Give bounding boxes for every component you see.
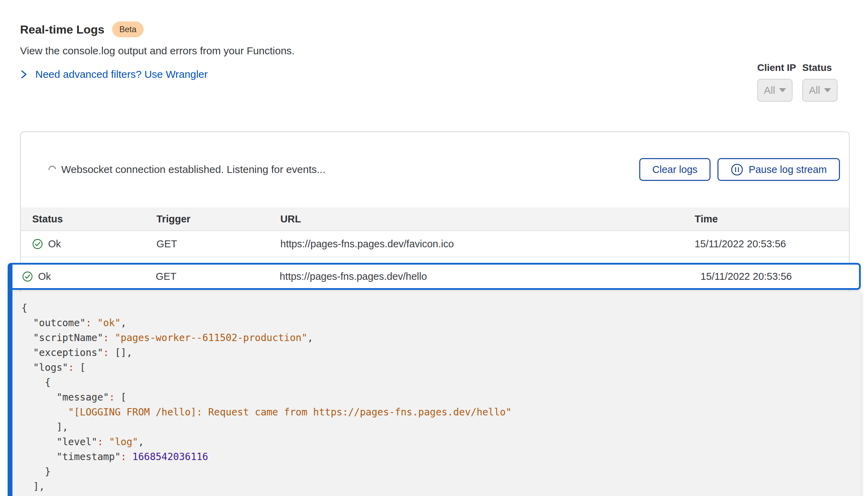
selected-log-row[interactable]: Ok GET https://pages-fns.pages.dev/hello… [12, 263, 861, 290]
row-time: 15/11/2022 20:53:56 [696, 271, 859, 282]
clear-logs-button-label: Clear logs [652, 164, 698, 175]
row-trigger: GET [156, 271, 280, 282]
log-table-row[interactable]: Ok GET https://pages-fns.pages.dev/favic… [21, 231, 849, 257]
page-header: Real-time Logs Beta View the console.log… [20, 21, 848, 81]
pause-log-stream-button[interactable]: Pause log stream [717, 158, 840, 181]
client-ip-filter-value: All [764, 85, 775, 96]
pause-log-stream-button-label: Pause log stream [749, 164, 827, 175]
success-check-icon [32, 239, 43, 249]
row-status: Ok [38, 271, 51, 282]
status-filter: Status All [802, 62, 838, 102]
chevron-right-icon [20, 69, 28, 80]
column-header-status: Status [21, 213, 156, 225]
client-ip-filter: Client IP All [757, 62, 796, 102]
clear-logs-button[interactable]: Clear logs [639, 158, 711, 181]
wrangler-link[interactable]: Need advanced filters? Use Wrangler [20, 68, 208, 80]
row-trigger: GET [156, 238, 280, 250]
row-url: https://pages-fns.pages.dev/hello [280, 271, 696, 282]
row-time: 15/11/2022 20:53:56 [690, 238, 849, 250]
pause-icon [731, 163, 743, 176]
selection-accent-bar [8, 263, 12, 496]
row-url: https://pages-fns.pages.dev/favicon.ico [280, 238, 690, 250]
loading-spinner-icon [47, 164, 58, 175]
client-ip-filter-dropdown[interactable]: All [757, 79, 793, 102]
column-header-time: Time [690, 213, 849, 225]
caret-down-icon [779, 88, 786, 92]
wrangler-link-label: Need advanced filters? Use Wrangler [35, 68, 208, 80]
client-ip-filter-label: Client IP [757, 62, 796, 73]
page-subtitle: View the console.log output and errors f… [20, 45, 848, 57]
column-header-trigger: Trigger [156, 213, 280, 225]
beta-badge: Beta [112, 21, 144, 37]
status-filter-dropdown[interactable]: All [802, 79, 838, 102]
status-filter-label: Status [802, 62, 838, 73]
row-status: Ok [48, 238, 61, 250]
log-panel-toolbar: Websocket connection established. Listen… [21, 132, 849, 181]
column-header-url: URL [280, 213, 690, 225]
page-title: Real-time Logs [20, 23, 105, 36]
websocket-status-text: Websocket connection established. Listen… [61, 164, 325, 175]
log-json-code: { "outcome": "ok", "scriptName": "pages-… [21, 301, 854, 494]
status-filter-value: All [809, 85, 820, 96]
log-detail-panel: { "outcome": "ok", "scriptName": "pages-… [12, 292, 861, 496]
log-table-header: Status Trigger URL Time [21, 208, 849, 231]
log-filters: Client IP All Status All [757, 62, 838, 102]
success-check-icon [22, 271, 33, 282]
caret-down-icon [824, 88, 831, 92]
expanded-log-entry: Ok GET https://pages-fns.pages.dev/hello… [8, 263, 861, 496]
realtime-logs-page: Real-time Logs Beta View the console.log… [0, 0, 868, 496]
